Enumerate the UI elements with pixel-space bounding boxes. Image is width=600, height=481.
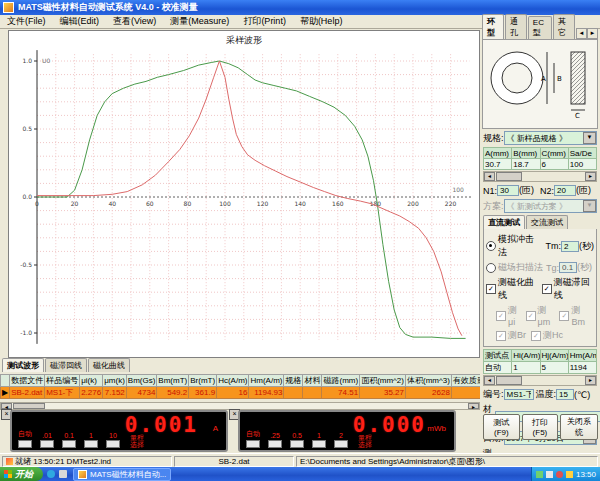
range-label: 自动 — [18, 429, 32, 439]
range-button[interactable]: 0.1 — [62, 432, 76, 448]
n1-input[interactable] — [497, 185, 519, 196]
sample-id-input[interactable] — [504, 389, 534, 400]
column-header: 体积(mm^3) — [405, 375, 451, 387]
menu-item-5[interactable]: 打印(Print) — [236, 15, 293, 28]
svg-text:-0.5: -0.5 — [20, 261, 32, 268]
core-shape-tabs: 环型通孔EC型其它◄► — [482, 26, 598, 39]
range-button[interactable]: 0.5 — [290, 432, 304, 448]
range-button[interactable]: 2 — [334, 432, 348, 448]
spec-dropdown[interactable]: 《 新样品规格 》 ▼ — [504, 131, 597, 145]
range-button[interactable]: 10 — [106, 432, 120, 448]
tray-icon-1[interactable] — [536, 471, 543, 478]
range-indicator — [40, 440, 54, 448]
taskbar-app-button[interactable]: MATS磁性材料自动... — [73, 468, 171, 481]
chevron-down-icon[interactable]: ▼ — [583, 132, 596, 144]
svg-text:20: 20 — [71, 200, 79, 207]
tray-icon-3[interactable] — [556, 471, 563, 478]
range-label: 0.5 — [290, 432, 304, 439]
range-button[interactable]: 自动 — [246, 429, 260, 448]
taskbar: 开始 MATS磁性材料自动... 13:50 — [0, 467, 600, 481]
meter-unit: mWb — [427, 424, 446, 433]
sample-id-label: 编号: — [483, 388, 504, 401]
test-button[interactable]: 测试(F9) — [483, 414, 520, 440]
table-row-selected[interactable]: ▶SB-2.datMS1-下2.2767.1524734549.2361.916… — [1, 387, 481, 399]
action-button-row: 测试(F9)打印(F5)关闭系统 — [483, 414, 598, 440]
table-cell: 1194 — [568, 362, 596, 374]
menu-item-3[interactable]: 查看(View) — [106, 15, 163, 28]
svg-text:U0: U0 — [42, 57, 50, 64]
table-cell: 361.9 — [189, 387, 217, 399]
print-button[interactable]: 打印(F5) — [522, 414, 559, 440]
dimension-table-scrollbar[interactable]: ◄ ► — [483, 171, 597, 182]
table-cell: 549.2 — [157, 387, 189, 399]
table-cell: 74.51 — [322, 387, 360, 399]
start-button[interactable]: 开始 — [0, 467, 43, 481]
sub-option-label: 测μi — [508, 304, 521, 327]
tm-input[interactable] — [561, 241, 579, 252]
menu-item-2[interactable]: 编辑(Edit) — [53, 15, 107, 28]
magnetization-curve-checkbox[interactable]: ✓ — [486, 284, 496, 294]
tray-icon-2[interactable] — [546, 471, 553, 478]
temp-input[interactable] — [556, 389, 574, 400]
hysteresis-loop-checkbox[interactable]: ✓ — [542, 284, 552, 294]
n2-unit: (匝) — [576, 184, 591, 197]
sub-option-label: 测Hc — [543, 329, 563, 342]
menu-item-4[interactable]: 测量(Measure) — [163, 15, 236, 28]
point-table-scrollbar[interactable]: ◄ ► — [483, 375, 597, 386]
range-button[interactable]: 1 — [312, 432, 326, 448]
range-button[interactable]: .25 — [268, 432, 282, 448]
sweep-method-label: 磁场扫描法 — [498, 261, 543, 274]
tab-scroll-right-icon[interactable]: ► — [587, 28, 598, 39]
range-button[interactable]: 1 — [84, 432, 98, 448]
svg-text:120: 120 — [257, 200, 269, 207]
range-button[interactable]: 自动 — [18, 429, 32, 448]
quick-launch-icon-1[interactable] — [47, 470, 55, 478]
table-cell: 自动 — [484, 362, 512, 374]
tab-core-shape-4[interactable]: 其它 — [553, 14, 575, 39]
table-cell: MS1-下 — [45, 387, 80, 399]
hysteresis-loop-label: 测磁滞回线 — [554, 276, 594, 302]
table-cell: 100 — [568, 159, 596, 170]
scroll-left-icon: ◄ — [484, 376, 495, 385]
result-table-container: 数据文件样品编号μi(k)μm(k)Bm(Gs)Bm(mT)Br(mT)Hc(A… — [0, 374, 480, 401]
tab-core-shape-1[interactable]: 环型 — [482, 14, 504, 39]
pulse-method-radio[interactable] — [486, 241, 496, 251]
sub-options-row1: ✓测μi✓测μm✓测Bm — [486, 304, 594, 327]
tg-label: Tg: — [546, 263, 559, 273]
svg-text:100: 100 — [452, 186, 464, 193]
tab-core-shape-2[interactable]: 通孔 — [505, 14, 527, 39]
svg-text:140: 140 — [294, 200, 306, 207]
n2-input[interactable] — [554, 185, 576, 196]
dim-label-inner: B — [557, 75, 562, 83]
close-system-button[interactable]: 关闭系统 — [560, 414, 598, 440]
result-table-scrollbar[interactable]: ◄ ► — [0, 402, 480, 410]
core-diagram: B A C — [482, 39, 598, 129]
tab-result-1[interactable]: 测试波形 — [2, 358, 44, 372]
range-button[interactable]: .01 — [40, 432, 54, 448]
column-header: 有效质量(g) — [451, 375, 480, 387]
column-header: A(mm) — [484, 148, 512, 159]
quick-launch-icon-2[interactable] — [59, 470, 67, 478]
status-file-cell: SB-2.dat — [174, 456, 294, 467]
tm-label: Tm: — [546, 241, 562, 251]
status-path: E:\Documents and Settings\Administrator\… — [300, 456, 485, 467]
tab-test-mode-2[interactable]: 交流测试 — [526, 215, 568, 229]
chevron-down-icon: ▼ — [583, 200, 596, 212]
table-row[interactable]: 30.718.76100 — [484, 159, 597, 170]
menu-item-6[interactable]: 帮助(Help) — [293, 15, 350, 28]
tab-core-shape-3[interactable]: EC型 — [528, 16, 552, 39]
tab-test-mode-1[interactable]: 直流测试 — [483, 215, 525, 229]
title-bar: MATS磁性材料自动测试系统 V4.0 - 校准测量 — [0, 0, 600, 15]
tab-result-2[interactable]: 磁滞回线 — [45, 358, 87, 372]
row-selector-cell: ▶ — [1, 387, 10, 399]
tab-result-3[interactable]: 磁化曲线 — [88, 358, 130, 372]
pulse-method-label: 模拟冲击法 — [498, 233, 543, 259]
menu-item-1[interactable]: 文件(File) — [0, 15, 53, 28]
tab-scroll-left-icon[interactable]: ◄ — [576, 28, 587, 39]
svg-text:0.5: 0.5 — [22, 125, 32, 132]
table-row[interactable]: 自动151194 — [484, 362, 597, 374]
tm-unit: (秒) — [579, 240, 594, 253]
range-select-label: 量程选择 — [130, 434, 144, 448]
sub-option-checkbox: ✓ — [559, 311, 569, 321]
tray-icon-4[interactable] — [566, 471, 573, 478]
